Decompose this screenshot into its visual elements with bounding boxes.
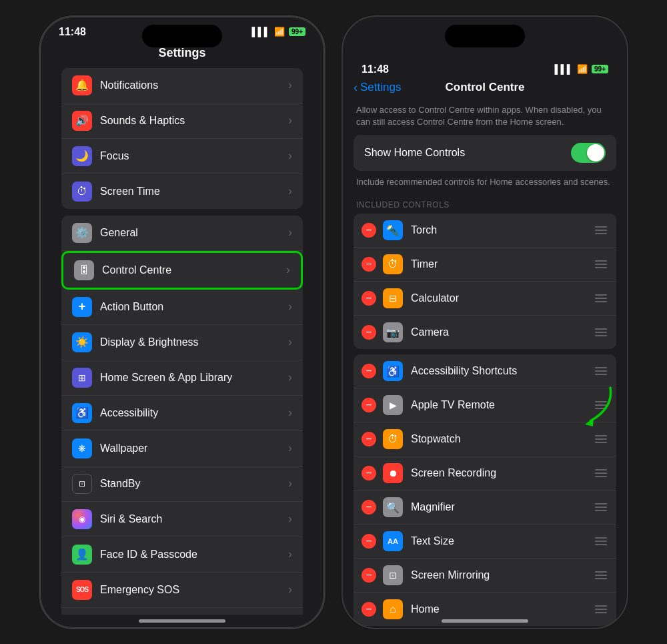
settings-item-notifications[interactable]: 🔔 Notifications <box>61 68 303 103</box>
screen-recording-icon: ⏺ <box>383 463 403 483</box>
battery-1: 99+ <box>289 27 305 36</box>
remove-text-size[interactable]: − <box>362 534 376 549</box>
settings-scroll[interactable]: Settings 🔔 Notifications 🔊 Sounds & Hapt… <box>40 41 324 615</box>
faceid-label: Face ID & Passcode <box>100 549 288 561</box>
drag-timer[interactable] <box>594 259 608 270</box>
drag-stopwatch[interactable] <box>594 434 608 444</box>
settings-item-exposure[interactable]: ❋ Exposure Notifications <box>61 608 303 615</box>
cc-header: ‹ Settings Control Centre <box>343 78 627 100</box>
chevron-sounds <box>288 113 292 127</box>
drag-text-size[interactable] <box>594 536 608 547</box>
settings-item-accessibility[interactable]: ♿ Accessibility <box>61 396 303 431</box>
homescreen-label: Home Screen & App Library <box>100 372 288 384</box>
remove-stopwatch[interactable]: − <box>362 432 376 446</box>
settings-item-wallpaper[interactable]: ❋ Wallpaper <box>61 431 303 466</box>
remove-magnifier[interactable]: − <box>362 500 376 515</box>
remove-timer[interactable]: − <box>362 257 376 272</box>
cc-page-title: Control Centre <box>446 81 525 94</box>
back-button[interactable]: ‹ Settings <box>354 81 401 95</box>
toggle-label: Show Home Controls <box>364 147 571 159</box>
home-indicator-2 <box>442 619 528 623</box>
control-item-screen-mirroring[interactable]: − ⊡ Screen Mirroring <box>354 559 616 593</box>
drag-screen-recording[interactable] <box>594 468 608 478</box>
appletv-icon: ▶ <box>383 395 403 415</box>
chevron-focus <box>288 149 292 163</box>
siri-icon: ◉ <box>72 509 92 529</box>
control-item-appletv[interactable]: − ▶ Apple TV Remote <box>354 388 616 422</box>
drag-screen-mirroring[interactable] <box>594 570 608 581</box>
screen-mirroring-icon: ⊡ <box>383 565 403 585</box>
chevron-standby <box>288 476 292 491</box>
settings-item-homescreen[interactable]: ⊞ Home Screen & App Library <box>61 360 303 396</box>
torch-icon: 🔦 <box>383 220 403 240</box>
control-item-magnifier[interactable]: − 🔍 Magnifier <box>354 491 616 525</box>
controls-list: − 🔦 Torch − ⏱ Timer − ⊟ Calculator <box>354 214 616 349</box>
chevron-actionbutton <box>288 300 292 314</box>
acc-shortcuts-icon: ♿ <box>383 361 403 381</box>
remove-acc-shortcuts[interactable]: − <box>362 364 376 378</box>
home-icon: ⌂ <box>383 599 403 619</box>
focus-icon: 🌙 <box>72 146 92 166</box>
home-controls-toggle[interactable] <box>571 143 606 163</box>
remove-screen-mirroring[interactable]: − <box>362 568 376 583</box>
control-item-stopwatch[interactable]: − ⏱ Stopwatch <box>354 422 616 456</box>
appletv-label: Apple TV Remote <box>411 399 594 411</box>
phone-settings: 11:48 ▌▌▌ 📶 99+ Settings 🔔 Notifications <box>39 15 325 629</box>
toggle-sub-description: Include recommended controls for Home ac… <box>343 174 627 195</box>
settings-item-screentime[interactable]: ⏱ Screen Time <box>61 174 303 209</box>
drag-torch[interactable] <box>594 225 608 236</box>
remove-home[interactable]: − <box>362 602 376 617</box>
settings-item-siri[interactable]: ◉ Siri & Search <box>61 502 303 537</box>
chevron-screentime <box>288 184 292 198</box>
chevron-general <box>288 226 292 240</box>
stopwatch-icon: ⏱ <box>383 429 403 449</box>
timer-label: Timer <box>411 258 594 270</box>
show-home-controls-row[interactable]: Show Home Controls <box>354 135 616 171</box>
drag-magnifier[interactable] <box>594 502 608 513</box>
toggle-knob <box>587 144 604 162</box>
settings-item-faceid[interactable]: 👤 Face ID & Passcode <box>61 537 303 573</box>
settings-item-general[interactable]: ⚙️ General <box>61 216 303 251</box>
cc-scroll[interactable]: Allow access to Control Centre within ap… <box>343 100 627 628</box>
control-item-screen-recording[interactable]: − ⏺ Screen Recording <box>354 456 616 491</box>
back-chevron-icon: ‹ <box>354 81 358 95</box>
chevron-display <box>288 335 292 349</box>
control-item-torch[interactable]: − 🔦 Torch <box>354 214 616 248</box>
chevron-controlcentre <box>286 263 290 277</box>
drag-camera[interactable] <box>594 327 608 338</box>
control-item-timer[interactable]: − ⏱ Timer <box>354 248 616 282</box>
magnifier-label: Magnifier <box>411 501 594 513</box>
settings-item-controlcentre[interactable]: 🎛 Control Centre <box>61 251 303 290</box>
chevron-faceid <box>288 547 292 561</box>
control-item-camera[interactable]: − 📷 Camera <box>354 316 616 349</box>
drag-acc-shortcuts[interactable] <box>594 366 608 376</box>
control-item-calculator[interactable]: − ⊟ Calculator <box>354 282 616 316</box>
status-time-2: 11:48 <box>362 63 389 75</box>
settings-item-standby[interactable]: ⊡ StandBy <box>61 466 303 502</box>
drag-appletv[interactable] <box>594 400 608 410</box>
control-item-text-size[interactable]: − AA Text Size <box>354 525 616 559</box>
torch-label: Torch <box>411 224 594 236</box>
settings-item-focus[interactable]: 🌙 Focus <box>61 139 303 174</box>
settings-item-sounds[interactable]: 🔊 Sounds & Haptics <box>61 103 303 139</box>
screentime-label: Screen Time <box>100 186 288 198</box>
chevron-notifications <box>288 78 292 92</box>
dynamic-island-2 <box>445 25 525 47</box>
control-item-acc-shortcuts[interactable]: − ♿ Accessibility Shortcuts <box>354 354 616 388</box>
remove-camera[interactable]: − <box>362 325 376 340</box>
settings-item-actionbutton[interactable]: + Action Button <box>61 290 303 325</box>
drag-home[interactable] <box>594 604 608 615</box>
sounds-icon: 🔊 <box>72 111 92 131</box>
emergency-label: Emergency SOS <box>100 584 288 596</box>
power-button-2 <box>627 130 628 177</box>
settings-item-emergency[interactable]: SOS Emergency SOS <box>61 573 303 608</box>
remove-screen-recording[interactable]: − <box>362 466 376 480</box>
drag-calculator[interactable] <box>594 293 608 304</box>
settings-group-2: ⚙️ General 🎛 Control Centre + Action But… <box>61 216 303 615</box>
sounds-label: Sounds & Haptics <box>100 115 288 127</box>
remove-appletv[interactable]: − <box>362 398 376 412</box>
remove-calculator[interactable]: − <box>362 291 376 306</box>
remove-torch[interactable]: − <box>362 223 376 238</box>
settings-item-display[interactable]: ☀️ Display & Brightness <box>61 325 303 360</box>
siri-label: Siri & Search <box>100 513 288 525</box>
